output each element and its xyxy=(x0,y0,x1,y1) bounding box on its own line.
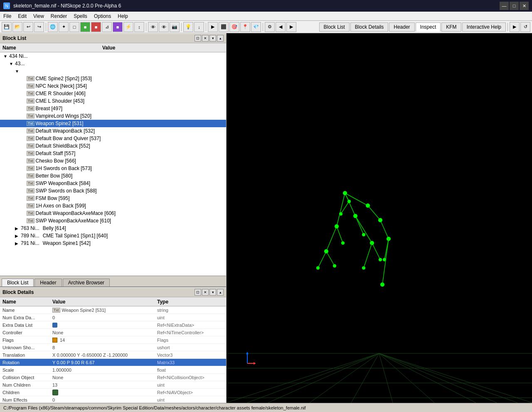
toolbar-btn-undo[interactable]: ↩ xyxy=(23,22,33,32)
tree-row-vampire-wings[interactable]: Txt VampireLord Wings [520] xyxy=(0,112,226,120)
tab-kfm[interactable]: KFM xyxy=(441,22,461,32)
toolbar-btn-2[interactable]: 📂 xyxy=(12,22,22,32)
tab-inspect[interactable]: Inspect xyxy=(416,22,441,32)
toolbar-btn-16[interactable]: ↓ xyxy=(194,22,204,32)
tree-row-fsm-bow[interactable]: Txt FSM Bow [595] xyxy=(0,195,226,202)
tree-row-default-bow-quiver[interactable]: Txt Default Bow and Quiver [537] xyxy=(0,135,226,142)
detail-row-children[interactable]: Children Ref<NiAVObject> xyxy=(0,389,226,396)
tab-header-bottom[interactable]: Header xyxy=(34,279,62,286)
tree-row-swp-axemace[interactable]: Txt SWP WeaponBackAxeMace [610] xyxy=(0,217,226,225)
tree-row-default-staff[interactable]: Txt Default Staff [557] xyxy=(0,150,226,157)
toolbar-btn-7[interactable]: ■ xyxy=(91,22,101,32)
menu-file[interactable]: File xyxy=(0,12,15,20)
minimize-button[interactable]: — xyxy=(500,2,509,10)
toggle-763[interactable]: ▶ xyxy=(15,226,21,231)
detail-row-controller[interactable]: Controller None Ref<NiTimeController> xyxy=(0,329,226,336)
toolbar-btn-1[interactable]: 💾 xyxy=(2,22,12,32)
detail-row-num-extra[interactable]: Num Extra Da... 0 uint xyxy=(0,314,226,321)
block-list-float-btn[interactable]: ⊡ xyxy=(195,35,201,42)
menu-edit[interactable]: Edit xyxy=(15,12,30,20)
toolbar-btn-14[interactable]: 📷 xyxy=(170,22,180,32)
menu-render[interactable]: Render xyxy=(47,12,70,20)
toolbar-btn-19[interactable]: 🎯 xyxy=(229,22,239,32)
toolbar-btn-11[interactable]: ↕ xyxy=(134,22,144,32)
tab-header[interactable]: Header xyxy=(389,22,414,32)
toggle-expand[interactable]: ▼ xyxy=(15,69,21,74)
toolbar-btn-3[interactable]: 🌐 xyxy=(48,22,58,32)
toolbar-btn-15[interactable]: 💡 xyxy=(183,22,193,32)
tree-row-default-axemace[interactable]: Txt Default WeaponBackAxeMace [606] xyxy=(0,210,226,217)
tree-row-1h-axes[interactable]: Txt 1H Axes on Back [599] xyxy=(0,202,226,210)
toolbar-btn-20[interactable]: 📍 xyxy=(240,22,250,32)
toolbar-btn-24[interactable]: ▶ xyxy=(286,22,296,32)
toggle-43[interactable]: ▼ xyxy=(9,62,15,66)
toolbar-btn-4[interactable]: ✦ xyxy=(59,22,69,32)
tree-row-1h-swords[interactable]: Txt 1H Swords on Back [573] xyxy=(0,165,226,172)
toolbar-btn-13[interactable]: 👁 xyxy=(159,22,169,32)
toggle-789[interactable]: ▶ xyxy=(15,234,21,238)
viewport-3d[interactable] xyxy=(227,33,532,403)
close-button[interactable]: ✕ xyxy=(520,2,529,10)
menu-view[interactable]: View xyxy=(30,12,47,20)
tree-row-43[interactable]: ▼ 43... xyxy=(0,60,226,67)
detail-row-scale[interactable]: Scale 1.000000 float xyxy=(0,366,226,374)
tree-row-791[interactable]: ▶ 791 Ni... Weapon Spine1 [542] xyxy=(0,239,226,247)
tree-row-cme-r-shoulder[interactable]: Txt CME R Shoulder [406] xyxy=(0,90,226,97)
toggle-791[interactable]: ▶ xyxy=(15,241,21,246)
toolbar-btn-5[interactable]: □ xyxy=(69,22,79,32)
maximize-button[interactable]: □ xyxy=(510,2,519,10)
detail-row-num-effects[interactable]: Num Effects 0 uint xyxy=(0,396,226,403)
menu-options[interactable]: Options xyxy=(91,12,114,20)
menu-help[interactable]: Help xyxy=(114,12,131,20)
toolbar-loop-btn[interactable]: ↺ xyxy=(520,22,530,32)
toolbar-btn-9[interactable]: ■ xyxy=(113,22,123,32)
detail-row-translation[interactable]: Translation X 0.000000 Y -0.650000 Z -1.… xyxy=(0,351,226,359)
detail-row-num-children[interactable]: Num Children 13 uint xyxy=(0,381,226,389)
block-list-expand-btn[interactable]: ▴ xyxy=(217,35,224,42)
toolbar-btn-10[interactable]: ⚡ xyxy=(123,22,133,32)
menu-spells[interactable]: Spells xyxy=(70,12,91,20)
detail-row-flags[interactable]: Flags 14 Flags xyxy=(0,336,226,344)
tree-row-chesko-bow[interactable]: Txt Chesko Bow [566] xyxy=(0,157,226,165)
block-list-tree[interactable]: ▼ 434 Ni... ▼ 43... ▼ Txt xyxy=(0,52,226,276)
toolbar-btn-8[interactable]: ⊿ xyxy=(102,22,112,32)
block-details-close-btn[interactable]: ✕ xyxy=(202,289,209,296)
tree-row-expand[interactable]: ▼ xyxy=(0,67,226,75)
tree-row-npc-neck[interactable]: Txt NPC Neck [Neck] [354] xyxy=(0,82,226,90)
tree-row-swp-swords[interactable]: Txt SWP Swords on Back [588] xyxy=(0,187,226,195)
block-list-collapse-btn[interactable]: ▾ xyxy=(209,35,216,42)
tree-row-789-tail[interactable]: ▶ 789 Ni... CME Tail Spine1 [Spn1] [640] xyxy=(0,232,226,239)
tree-row-cme-l-shoulder[interactable]: Txt CME L Shoulder [453] xyxy=(0,97,226,105)
tab-interactive-help[interactable]: Interactive Help xyxy=(462,22,506,32)
block-list-close-btn[interactable]: ✕ xyxy=(202,35,209,42)
toolbar-play-btn[interactable]: ▶ xyxy=(510,22,520,32)
tree-row-434[interactable]: ▼ 434 Ni... xyxy=(0,52,226,60)
tree-row-default-shieldback[interactable]: Txt Default ShieldBack [552] xyxy=(0,142,226,150)
toolbar-btn-23[interactable]: ◀ xyxy=(276,22,286,32)
toolbar-btn-18[interactable]: ⬛ xyxy=(219,22,229,32)
tab-block-list[interactable]: Block List xyxy=(319,22,350,32)
toolbar-btn-17[interactable]: ▶ xyxy=(208,22,218,32)
tree-row-default-weaponback[interactable]: Txt Default WeaponBack [532] xyxy=(0,127,226,135)
tree-row-breast[interactable]: Txt Breast [497] xyxy=(0,105,226,112)
detail-row-rotation[interactable]: Rotation Y 0.00 P 9.00 R 6.67 Matrix33 xyxy=(0,359,226,366)
toggle-434[interactable]: ▼ xyxy=(3,54,9,59)
detail-row-collision-object[interactable]: Collision Object None Ref<NiCollisionObj… xyxy=(0,374,226,381)
tree-row-cme-spine2[interactable]: Txt CME Spine2 [Spn2] [353] xyxy=(0,75,226,82)
toolbar-btn-redo[interactable]: ↪ xyxy=(34,22,44,32)
toolbar-btn-12[interactable]: 👁 xyxy=(148,22,158,32)
tab-archive-browser[interactable]: Archive Browser xyxy=(63,279,110,286)
toolbar-btn-21[interactable]: 💎 xyxy=(251,22,261,32)
tab-block-details[interactable]: Block Details xyxy=(350,22,388,32)
tree-row-weapon-spine2[interactable]: Txt Weapon Spine2 [531] xyxy=(0,120,226,127)
tab-block-list-bottom[interactable]: Block List xyxy=(2,279,34,286)
block-details-collapse-btn[interactable]: ▾ xyxy=(209,289,216,296)
tree-row-swp-weaponback[interactable]: Txt SWP WeaponBack [584] xyxy=(0,180,226,187)
detail-row-extra-data-list[interactable]: Extra Data List Ref<NiExtraData> xyxy=(0,321,226,329)
detail-row-name[interactable]: Name Txt Weapon Spine2 [531] string xyxy=(0,306,226,314)
tree-row-763-belly[interactable]: ▶ 763 Ni... Belly [614] xyxy=(0,225,226,232)
tree-row-better-bow[interactable]: Txt Better Bow [580] xyxy=(0,172,226,180)
block-details-float-btn[interactable]: ⊡ xyxy=(195,289,201,296)
toolbar-btn-6[interactable]: ■ xyxy=(80,22,90,32)
block-details-expand-btn[interactable]: ▴ xyxy=(217,289,224,296)
